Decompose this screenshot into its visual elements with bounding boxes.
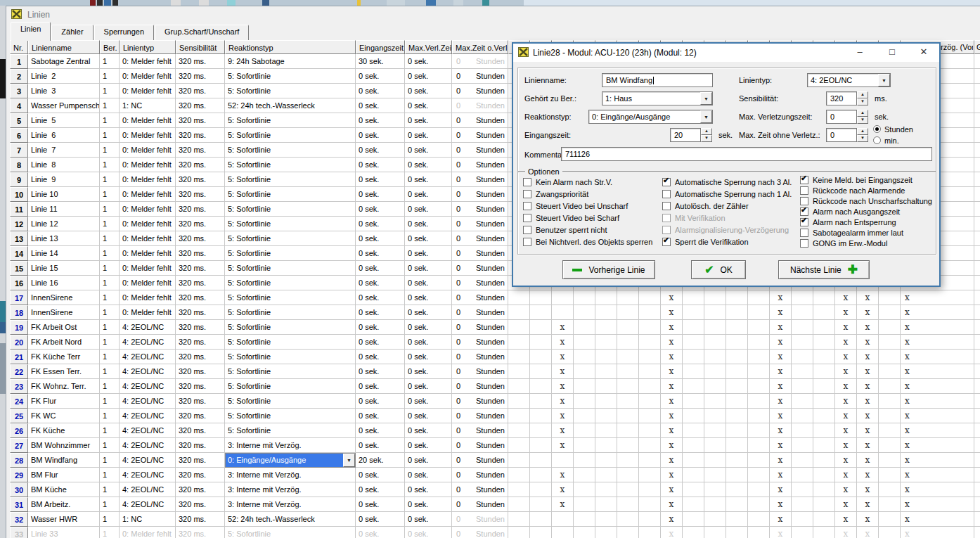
- cell-sensibilitaet[interactable]: 320 ms.: [176, 320, 225, 335]
- option-cell[interactable]: [530, 394, 552, 409]
- cell-sensibilitaet[interactable]: 320 ms.: [176, 497, 225, 512]
- cell-sensibilitaet[interactable]: 320 ms.: [176, 468, 225, 482]
- cell-maxzeit[interactable]: 0Stunden: [452, 69, 508, 84]
- cell-linienname[interactable]: FK Arbeit Ost: [28, 320, 100, 335]
- option-cell-marked[interactable]: x: [552, 335, 574, 350]
- option-cell-marked[interactable]: x: [661, 438, 683, 453]
- option-cell[interactable]: [792, 350, 813, 364]
- cell-sensibilitaet[interactable]: 320 ms.: [176, 172, 225, 187]
- option-cell[interactable]: [879, 468, 901, 482]
- option-cell[interactable]: [595, 394, 617, 409]
- option-cell-edge[interactable]: [974, 438, 980, 453]
- option-cell[interactable]: [552, 290, 574, 305]
- option-cell-edge[interactable]: [974, 187, 980, 202]
- option-cell[interactable]: [530, 364, 552, 379]
- option-cell[interactable]: [508, 305, 530, 320]
- option-cell[interactable]: [595, 364, 617, 379]
- row-number[interactable]: 24: [10, 394, 28, 409]
- cell-bereich[interactable]: 1: [100, 98, 120, 113]
- cell-bereich[interactable]: 1: [100, 409, 120, 423]
- cell-linienname[interactable]: Linie 5: [28, 113, 100, 128]
- cell-linienname[interactable]: Sabotage Zentral: [28, 54, 100, 69]
- option-cell[interactable]: [574, 482, 595, 497]
- cell-maxzeit[interactable]: 0Stunden: [452, 98, 508, 113]
- option-cell[interactable]: [879, 512, 901, 527]
- option-cell-marked[interactable]: x: [770, 409, 792, 423]
- option-cell-wide-marked[interactable]: x: [901, 527, 974, 538]
- option-cell[interactable]: [574, 512, 595, 527]
- option-cell[interactable]: [792, 527, 813, 538]
- option-cell-marked[interactable]: x: [770, 497, 792, 512]
- option-cell-marked[interactable]: x: [835, 468, 857, 482]
- option-cell[interactable]: [574, 453, 595, 468]
- row-number[interactable]: 23: [10, 379, 28, 394]
- option-cell[interactable]: [574, 497, 595, 512]
- cell-sensibilitaet[interactable]: 320 ms.: [176, 350, 225, 364]
- option-cell[interactable]: [617, 423, 639, 438]
- cell-maxzeit[interactable]: 0Stunden: [452, 54, 508, 69]
- option-cell-marked[interactable]: x: [857, 379, 879, 394]
- option-cell-marked[interactable]: x: [770, 423, 792, 438]
- cell-linienname[interactable]: Wasser HWR: [28, 512, 100, 527]
- cell-eingangszeit[interactable]: 0 sek.: [356, 98, 405, 113]
- option-cell[interactable]: [530, 438, 552, 453]
- cell-bereich[interactable]: 1: [100, 350, 120, 364]
- row-number[interactable]: 16: [10, 276, 28, 290]
- option-cell[interactable]: [508, 497, 530, 512]
- option-cell[interactable]: [879, 379, 901, 394]
- cell-maxzeit[interactable]: 0Stunden: [452, 364, 508, 379]
- cell-linienname[interactable]: Linie 9: [28, 172, 100, 187]
- option-cell[interactable]: [792, 423, 813, 438]
- cell-sensibilitaet[interactable]: 320 ms.: [176, 84, 225, 98]
- cell-bereich[interactable]: 1: [100, 453, 120, 468]
- option-cell[interactable]: [508, 364, 530, 379]
- option-cell[interactable]: [683, 350, 704, 364]
- option-cell[interactable]: [595, 438, 617, 453]
- cell-bereich[interactable]: 1: [100, 320, 120, 335]
- cell-sensibilitaet[interactable]: 320 ms.: [176, 143, 225, 158]
- option-cell-marked[interactable]: x: [661, 497, 683, 512]
- row-number[interactable]: 12: [10, 217, 28, 231]
- cell-sensibilitaet[interactable]: 320 ms.: [176, 305, 225, 320]
- row-number[interactable]: 32: [10, 512, 28, 527]
- checkbox-bei-nichtverl-des-objekts-sperren[interactable]: Bei Nichtverl. des Objekts sperren: [523, 237, 652, 247]
- checkbox-sperrt-die-verifikation[interactable]: ✔Sperrt die Verifikation: [662, 237, 749, 247]
- option-cell-marked[interactable]: x: [857, 305, 879, 320]
- cell-maxverlzeit[interactable]: 0 sek.: [405, 276, 452, 290]
- option-cell-edge[interactable]: [974, 512, 980, 527]
- option-cell-marked[interactable]: x: [835, 320, 857, 335]
- cell-linienname[interactable]: Linie 7: [28, 143, 100, 158]
- option-cell[interactable]: [726, 482, 748, 497]
- cell-reaktionstyp[interactable]: 5: Sofortlinie: [225, 172, 356, 187]
- option-cell-marked[interactable]: x: [857, 423, 879, 438]
- option-cell-edge[interactable]: [974, 84, 980, 98]
- option-cell[interactable]: [530, 335, 552, 350]
- row-number[interactable]: 26: [10, 423, 28, 438]
- option-cell[interactable]: [508, 350, 530, 364]
- cell-sensibilitaet[interactable]: 320 ms.: [176, 261, 225, 276]
- cell-reaktionstyp[interactable]: 5: Sofortlinie: [225, 394, 356, 409]
- cell-eingangszeit[interactable]: 0 sek.: [356, 143, 405, 158]
- option-cell[interactable]: [574, 290, 595, 305]
- option-cell-marked[interactable]: x: [835, 482, 857, 497]
- option-cell[interactable]: [704, 512, 726, 527]
- option-cell[interactable]: [726, 394, 748, 409]
- bereich-select[interactable]: 1: Haus▼: [602, 91, 713, 105]
- option-cell[interactable]: [639, 423, 661, 438]
- option-cell[interactable]: [683, 394, 704, 409]
- option-cell-marked[interactable]: x: [661, 364, 683, 379]
- option-cell[interactable]: [530, 320, 552, 335]
- cell-linienname[interactable]: Linie 14: [28, 246, 100, 261]
- cell-reaktionstyp[interactable]: 5: Sofortlinie: [225, 84, 356, 98]
- row-number[interactable]: 19: [10, 320, 28, 335]
- cell-linientyp[interactable]: 0: Melder fehlt: [120, 202, 176, 217]
- cell-linienname[interactable]: FK Essen Terr.: [28, 364, 100, 379]
- option-cell-wide-marked[interactable]: x: [901, 482, 974, 497]
- cell-maxverlzeit[interactable]: 0 sek.: [405, 423, 452, 438]
- option-cell-marked[interactable]: x: [857, 453, 879, 468]
- option-cell[interactable]: [792, 305, 813, 320]
- option-cell[interactable]: [530, 409, 552, 423]
- cell-reaktionstyp[interactable]: 5: Sofortlinie: [225, 128, 356, 143]
- option-cell-edge[interactable]: [974, 202, 980, 217]
- maxverl-stepper[interactable]: 0▲▼: [826, 110, 868, 124]
